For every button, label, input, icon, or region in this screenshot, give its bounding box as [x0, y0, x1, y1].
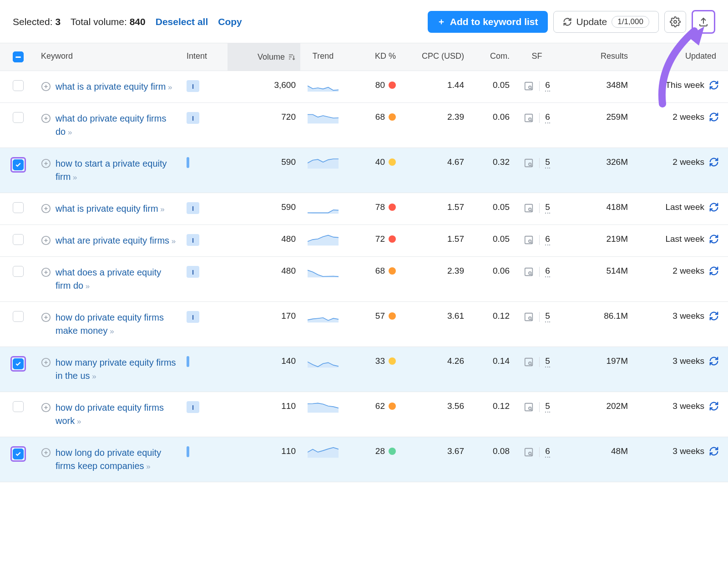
kd-difficulty-dot: [389, 113, 396, 121]
selected-label: Selected:: [13, 16, 53, 27]
refresh-row-icon[interactable]: [709, 112, 719, 122]
row-checkbox[interactable]: [13, 159, 24, 170]
col-kd[interactable]: KD %: [346, 43, 400, 69]
serp-features-icon[interactable]: [524, 267, 534, 277]
refresh-row-icon[interactable]: [709, 356, 719, 366]
col-sf[interactable]: SF: [514, 43, 560, 69]
expand-icon[interactable]: [41, 357, 51, 367]
keyword-link[interactable]: what is private equity firm »: [56, 202, 163, 215]
col-com[interactable]: Com.: [469, 43, 514, 69]
refresh-row-icon[interactable]: [709, 157, 719, 167]
update-counter: 1/1,000: [612, 16, 649, 28]
expand-icon[interactable]: [41, 448, 51, 458]
kd-value: 33: [375, 356, 385, 366]
row-checkbox[interactable]: [13, 80, 24, 91]
com-cell: 0.05: [469, 225, 514, 253]
serp-features-icon[interactable]: [524, 235, 534, 245]
row-checkbox[interactable]: [13, 449, 24, 459]
row-checkbox[interactable]: [13, 266, 24, 277]
export-button[interactable]: [694, 12, 713, 31]
select-all-checkbox[interactable]: [13, 51, 24, 62]
expand-icon[interactable]: [41, 267, 51, 277]
serp-features-icon[interactable]: [524, 158, 534, 168]
svg-point-17: [529, 118, 531, 121]
intent-badge: I: [187, 202, 199, 214]
refresh-row-icon[interactable]: [709, 234, 719, 244]
expand-icon[interactable]: [41, 235, 51, 245]
kd-value: 57: [375, 311, 385, 321]
add-to-keyword-list-button[interactable]: Add to keyword list: [428, 11, 548, 33]
col-keyword[interactable]: Keyword: [36, 43, 182, 69]
serp-features-icon[interactable]: [524, 312, 534, 322]
col-volume-label: Volume: [258, 52, 285, 62]
row-checkbox[interactable]: [13, 202, 24, 213]
refresh-row-icon[interactable]: [709, 266, 719, 276]
updated-text: 3 weeks: [672, 311, 704, 321]
keyword-link[interactable]: what is a private equity firm »: [56, 80, 171, 93]
expand-icon[interactable]: [41, 204, 51, 214]
settings-button[interactable]: [664, 11, 686, 33]
refresh-row-icon[interactable]: [709, 202, 719, 212]
chevron-right-icon: »: [171, 236, 174, 247]
serp-features-icon[interactable]: [524, 203, 534, 213]
svg-point-41: [529, 272, 531, 275]
trend-sparkline: [308, 266, 339, 278]
row-checkbox[interactable]: [13, 358, 24, 369]
row-checkbox[interactable]: [13, 112, 24, 123]
table-row: how do private equity firms work » I110 …: [0, 392, 728, 437]
sf-count: 5: [545, 202, 550, 214]
keyword-link[interactable]: how to start a private equity firm »: [56, 157, 177, 184]
expand-icon[interactable]: [41, 113, 51, 123]
copy-button[interactable]: Copy: [218, 16, 242, 27]
trend-sparkline: [308, 157, 339, 169]
refresh-row-icon[interactable]: [709, 401, 719, 411]
deselect-all-button[interactable]: Deselect all: [156, 16, 208, 27]
keyword-link[interactable]: what are private equity firms »: [56, 234, 174, 247]
keyword-link[interactable]: how many private equity firms in the us …: [56, 356, 177, 382]
serp-features-icon[interactable]: [524, 81, 534, 91]
update-button[interactable]: Update 1/1,000: [553, 11, 659, 33]
serp-features-icon[interactable]: [524, 447, 534, 457]
col-volume[interactable]: Volume: [228, 43, 300, 71]
keyword-link[interactable]: what does a private equity firm do »: [56, 266, 177, 292]
cpc-cell: 3.67: [400, 437, 469, 465]
keyword-link[interactable]: what do private equity firms do »: [56, 112, 177, 138]
svg-point-11: [529, 86, 531, 89]
row-checkbox[interactable]: [13, 401, 24, 412]
svg-point-2: [674, 20, 677, 23]
intent-badge: I: [187, 266, 199, 278]
kd-value: 62: [375, 401, 385, 411]
table-row: how do private equity firms make money »…: [0, 302, 728, 347]
results-cell: 514M: [560, 257, 632, 285]
refresh-row-icon[interactable]: [709, 80, 719, 90]
svg-point-53: [529, 362, 531, 365]
keyword-link[interactable]: how long do private equity firms keep co…: [56, 446, 177, 473]
refresh-row-icon[interactable]: [709, 446, 719, 456]
refresh-row-icon[interactable]: [709, 311, 719, 321]
svg-line-42: [531, 274, 532, 275]
svg-line-12: [531, 88, 532, 89]
expand-icon[interactable]: [41, 312, 51, 322]
col-cpc[interactable]: CPC (USD): [400, 43, 469, 69]
trend-sparkline: [308, 356, 339, 368]
keyword-link[interactable]: how do private equity firms work »: [56, 401, 177, 428]
col-updated[interactable]: Updated: [632, 43, 728, 69]
expand-icon[interactable]: [41, 82, 51, 92]
kd-value: 68: [375, 112, 385, 122]
row-checkbox[interactable]: [13, 311, 24, 322]
updated-text: 2 weeks: [672, 266, 704, 276]
serp-features-icon[interactable]: [524, 113, 534, 123]
chevron-right-icon: »: [110, 326, 112, 337]
serp-features-icon[interactable]: [524, 357, 534, 367]
keyword-link[interactable]: how do private equity firms make money »: [56, 311, 177, 337]
col-trend[interactable]: Trend: [300, 43, 346, 69]
kd-difficulty-dot: [389, 357, 396, 365]
expand-icon[interactable]: [41, 403, 51, 413]
col-intent[interactable]: Intent: [182, 43, 228, 69]
expand-icon[interactable]: [41, 158, 51, 168]
col-results[interactable]: Results: [560, 43, 632, 69]
updated-text: This week: [665, 80, 704, 90]
row-checkbox[interactable]: [13, 234, 24, 245]
com-cell: 0.14: [469, 347, 514, 375]
serp-features-icon[interactable]: [524, 402, 534, 412]
